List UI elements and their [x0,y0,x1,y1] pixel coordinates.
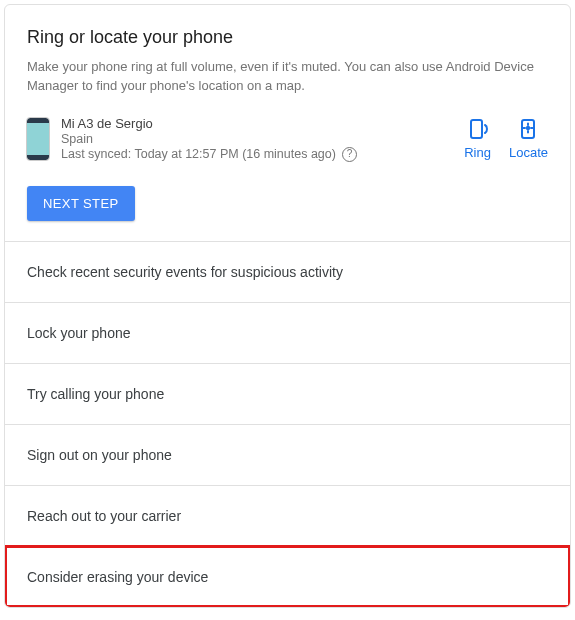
phone-thumbnail-icon [27,118,49,160]
step-label: Try calling your phone [27,386,164,402]
step-label: Sign out on your phone [27,447,172,463]
svg-rect-0 [471,120,482,138]
step-label: Reach out to your carrier [27,508,181,524]
page-description: Make your phone ring at full volume, eve… [27,58,548,96]
device-sync: Last synced: Today at 12:57 PM (16 minut… [61,147,452,162]
device-actions: Ring Locate [464,117,548,160]
page-title: Ring or locate your phone [27,27,548,48]
ring-label: Ring [464,145,491,160]
next-step-button[interactable]: NEXT STEP [27,186,135,221]
main-step: Ring or locate your phone Make your phon… [5,5,570,241]
step-label: Consider erasing your device [27,569,208,585]
locate-label: Locate [509,145,548,160]
step-call-phone[interactable]: Try calling your phone [5,363,570,424]
device-info: Mi A3 de Sergio Spain Last synced: Today… [61,116,452,162]
step-label: Lock your phone [27,325,131,341]
step-carrier[interactable]: Reach out to your carrier [5,485,570,546]
security-panel: Ring or locate your phone Make your phon… [4,4,571,608]
ring-button[interactable]: Ring [464,117,491,160]
device-row: Mi A3 de Sergio Spain Last synced: Today… [27,116,548,162]
device-location: Spain [61,132,452,146]
device-name: Mi A3 de Sergio [61,116,452,131]
step-security-events[interactable]: Check recent security events for suspici… [5,241,570,302]
step-erase-device[interactable]: Consider erasing your device [5,546,570,607]
svg-point-2 [526,126,530,130]
step-sign-out[interactable]: Sign out on your phone [5,424,570,485]
device-sync-text: Last synced: Today at 12:57 PM (16 minut… [61,147,336,161]
step-label: Check recent security events for suspici… [27,264,343,280]
step-lock-phone[interactable]: Lock your phone [5,302,570,363]
ring-phone-icon [466,117,490,141]
locate-phone-icon [516,117,540,141]
help-icon[interactable]: ? [342,147,357,162]
locate-button[interactable]: Locate [509,117,548,160]
